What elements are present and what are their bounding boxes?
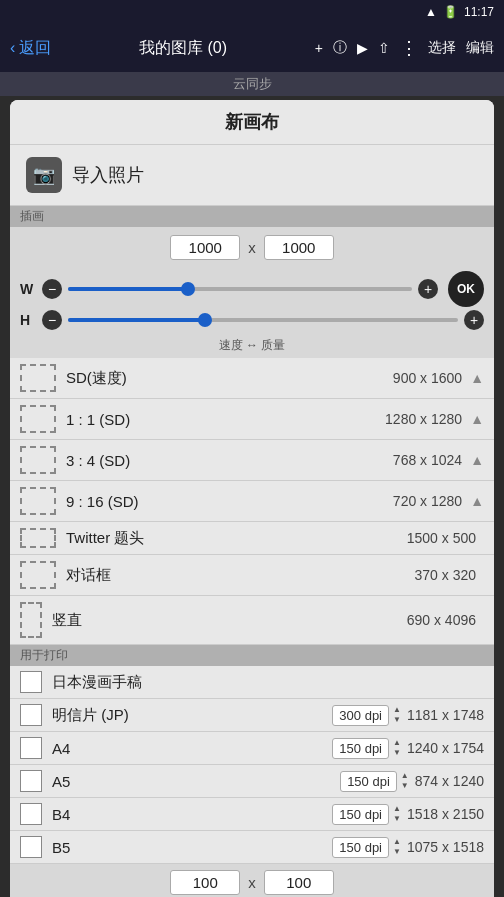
print-row-manga[interactable]: 日本漫画手稿: [10, 666, 494, 699]
height-minus-button[interactable]: −: [42, 310, 62, 330]
preset-row-3-4[interactable]: 3 : 4 (SD) 768 x 1024 ▲: [10, 440, 494, 481]
preset-icon-1-1: [20, 405, 56, 433]
print-checkbox-b4[interactable]: [20, 803, 42, 825]
print-dpi-b5[interactable]: 150 dpi: [332, 837, 389, 858]
preset-size-sd: 900 x 1600: [393, 370, 462, 386]
dpi-up-a5[interactable]: ▲: [401, 771, 409, 781]
print-size-b5: 1075 x 1518: [407, 839, 484, 855]
preset-size-twitter: 1500 x 500: [407, 530, 476, 546]
print-checkbox-a5[interactable]: [20, 770, 42, 792]
print-dpi-postcard[interactable]: 300 dpi: [332, 705, 389, 726]
preset-name-twitter: Twitter 题头: [66, 529, 407, 548]
edit-label[interactable]: 编辑: [466, 39, 494, 57]
width-minus-button[interactable]: −: [42, 279, 62, 299]
preset-row-9-16[interactable]: 9 : 16 (SD) 720 x 1280 ▲: [10, 481, 494, 522]
print-row-b5[interactable]: B5 150 dpi ▲ ▼ 1075 x 1518: [10, 831, 494, 864]
dpi-down-a4[interactable]: ▼: [393, 748, 401, 758]
preset-name-3-4: 3 : 4 (SD): [66, 452, 393, 469]
print-name-manga: 日本漫画手稿: [52, 673, 484, 692]
height-plus-button[interactable]: +: [464, 310, 484, 330]
preset-arrow-3-4: ▲: [470, 452, 484, 468]
print-size-a5: 874 x 1240: [415, 773, 484, 789]
print-dpi-arrows-a4[interactable]: ▲ ▼: [393, 738, 401, 757]
height-slider-thumb[interactable]: [198, 313, 212, 327]
print-name-a5: A5: [52, 773, 340, 790]
print-size-b4: 1518 x 2150: [407, 806, 484, 822]
width-slider-row: W − + OK: [20, 271, 484, 307]
print-dpi-a4[interactable]: 150 dpi: [332, 738, 389, 759]
preset-row-1-1[interactable]: 1 : 1 (SD) 1280 x 1280 ▲: [10, 399, 494, 440]
speed-quality-label: 速度 ↔ 质量: [10, 335, 494, 358]
preset-name-9-16: 9 : 16 (SD): [66, 493, 393, 510]
add-icon[interactable]: +: [315, 40, 323, 56]
bottom-height-input[interactable]: 100: [264, 870, 334, 895]
info-icon[interactable]: ⓘ: [333, 39, 347, 57]
wifi-icon: ▲: [425, 5, 437, 19]
height-slider-track[interactable]: [68, 318, 458, 322]
preset-row-vertical[interactable]: 竖直 690 x 4096: [10, 596, 494, 645]
print-dpi-arrows-b5[interactable]: ▲ ▼: [393, 837, 401, 856]
import-section[interactable]: 📷 导入照片: [10, 145, 494, 206]
dpi-down-postcard[interactable]: ▼: [393, 715, 401, 725]
dpi-up-postcard[interactable]: ▲: [393, 705, 401, 715]
back-label: 返回: [19, 38, 51, 59]
preset-name-dialog-box: 对话框: [66, 566, 415, 585]
new-canvas-dialog: 新画布 📷 导入照片 插画 1000 x 1000 W − + OK H −: [10, 100, 494, 897]
print-dpi-a5[interactable]: 150 dpi: [340, 771, 397, 792]
dpi-up-a4[interactable]: ▲: [393, 738, 401, 748]
preset-size-1-1: 1280 x 1280: [385, 411, 462, 427]
preset-size-dialog-box: 370 x 320: [415, 567, 477, 583]
ok-button[interactable]: OK: [448, 271, 484, 307]
preset-name-1-1: 1 : 1 (SD): [66, 411, 385, 428]
print-checkbox-a4[interactable]: [20, 737, 42, 759]
print-name-postcard: 明信片 (JP): [52, 706, 332, 725]
print-dpi-b4[interactable]: 150 dpi: [332, 804, 389, 825]
print-dpi-arrows-postcard[interactable]: ▲ ▼: [393, 705, 401, 724]
canvas-size-row: 1000 x 1000: [10, 227, 494, 264]
dpi-up-b4[interactable]: ▲: [393, 804, 401, 814]
canvas-width-input[interactable]: 1000: [170, 235, 240, 260]
cloud-sync-label: 云同步: [233, 76, 272, 91]
width-plus-button[interactable]: +: [418, 279, 438, 299]
print-row-a4[interactable]: A4 150 dpi ▲ ▼ 1240 x 1754: [10, 732, 494, 765]
width-slider-track[interactable]: [68, 287, 412, 291]
back-button[interactable]: ‹ 返回: [10, 38, 51, 59]
dpi-up-b5[interactable]: ▲: [393, 837, 401, 847]
play-icon[interactable]: ▶: [357, 40, 368, 56]
bottom-controls: 100 x 100 mm inch OK: [10, 864, 494, 897]
bottom-width-input[interactable]: 100: [170, 870, 240, 895]
size-x-separator: x: [248, 239, 256, 256]
dpi-down-a5[interactable]: ▼: [401, 781, 409, 791]
height-label: H: [20, 312, 36, 328]
preset-row-dialog-box[interactable]: 对话框 370 x 320: [10, 555, 494, 596]
preset-icon-3-4: [20, 446, 56, 474]
bottom-size-x: x: [248, 874, 256, 891]
preset-row-twitter[interactable]: Twitter 题头 1500 x 500: [10, 522, 494, 555]
preset-row-sd[interactable]: SD(速度) 900 x 1600 ▲: [10, 358, 494, 399]
print-checkbox-manga[interactable]: [20, 671, 42, 693]
print-row-postcard[interactable]: 明信片 (JP) 300 dpi ▲ ▼ 1181 x 1748: [10, 699, 494, 732]
battery-icon: 🔋: [443, 5, 458, 19]
share-icon[interactable]: ⇧: [378, 40, 390, 56]
status-icons: ▲ 🔋 11:17: [425, 5, 494, 19]
print-checkbox-postcard[interactable]: [20, 704, 42, 726]
width-label: W: [20, 281, 36, 297]
preset-arrow-9-16: ▲: [470, 493, 484, 509]
dpi-down-b5[interactable]: ▼: [393, 847, 401, 857]
camera-icon: 📷: [26, 157, 62, 193]
print-row-b4[interactable]: B4 150 dpi ▲ ▼ 1518 x 2150: [10, 798, 494, 831]
preset-icon-vertical: [20, 602, 42, 638]
dpi-down-b4[interactable]: ▼: [393, 814, 401, 824]
select-label[interactable]: 选择: [428, 39, 456, 57]
canvas-height-input[interactable]: 1000: [264, 235, 334, 260]
more-icon[interactable]: ⋮: [400, 37, 418, 59]
back-chevron-icon: ‹: [10, 39, 15, 57]
preset-size-9-16: 720 x 1280: [393, 493, 462, 509]
print-checkbox-b5[interactable]: [20, 836, 42, 858]
print-dpi-arrows-a5[interactable]: ▲ ▼: [401, 771, 409, 790]
preset-icon-sd: [20, 364, 56, 392]
import-label: 导入照片: [72, 163, 144, 187]
print-row-a5[interactable]: A5 150 dpi ▲ ▼ 874 x 1240: [10, 765, 494, 798]
width-slider-thumb[interactable]: [181, 282, 195, 296]
print-dpi-arrows-b4[interactable]: ▲ ▼: [393, 804, 401, 823]
